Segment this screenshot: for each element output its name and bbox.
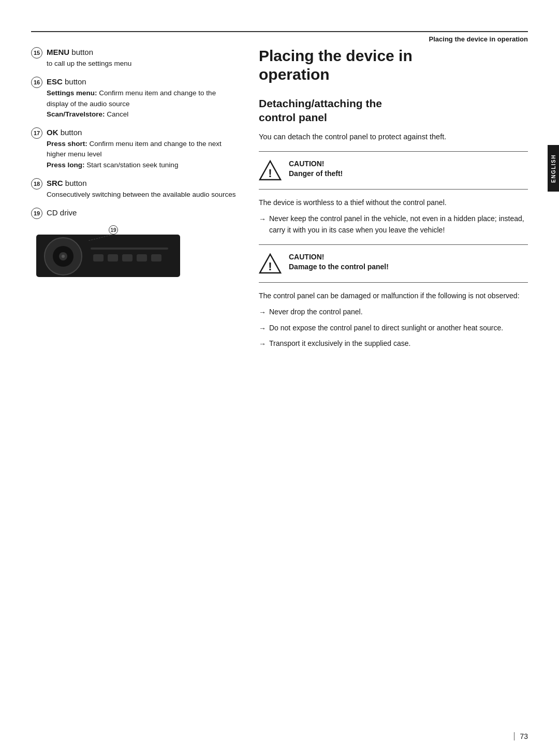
caution2-arrow-1: → Never drop the control panel. (259, 307, 528, 318)
caution1-title: CAUTION! (289, 159, 528, 169)
left-column: 15 MENU button to call up the settings m… (31, 47, 238, 725)
circle-num-17: 17 (31, 127, 42, 139)
item-desc-15: to call up the settings menu (47, 59, 238, 69)
item-label-19: CD drive (47, 207, 238, 218)
circle-num-18: 18 (31, 178, 42, 190)
caution2-title: CAUTION! (289, 252, 528, 263)
circle-num-16: 16 (31, 77, 42, 88)
caution2-arrow-text-1: Never drop the control panel. (269, 307, 363, 318)
main-title-line2: operation (259, 66, 330, 83)
list-content-19: CD drive (47, 207, 238, 218)
list-content-15: MENU button to call up the settings menu (47, 47, 238, 69)
caution2-arrow-2: → Do not expose the control panel to dir… (259, 323, 528, 335)
page-main-title: Placing the device in operation (259, 47, 528, 84)
caution-icon-2: ! (259, 252, 282, 275)
svg-rect-7 (108, 254, 118, 261)
caution2-arrow-text-3: Transport it exclusively in the supplied… (269, 338, 410, 350)
page-number: 73 (514, 732, 528, 740)
svg-point-4 (62, 255, 65, 258)
language-tab: ENGLISH (548, 145, 559, 192)
arrow-icon-2: → (259, 307, 266, 318)
item-label-16: ESC button (47, 76, 238, 87)
language-label: ENGLISH (551, 154, 556, 183)
cd-drive-image (36, 229, 181, 279)
svg-text:!: ! (268, 260, 272, 273)
caution-text-1: CAUTION! Danger of theft! (289, 159, 528, 179)
item-label-15: MENU button (47, 47, 238, 57)
section1-intro: You can detach the control panel to prot… (259, 131, 528, 143)
caution2-arrow-3: → Transport it exclusively in the suppli… (259, 338, 528, 350)
caution-box-2: ! CAUTION! Damage to the control panel! (259, 244, 528, 283)
section1-title: Detaching/attaching the control panel (259, 96, 528, 125)
item-desc-17: Press short: Confirm menu item and chang… (47, 139, 238, 170)
caution1-arrow-1: → Never keep the control panel in the ve… (259, 213, 528, 236)
circle-num-19: 19 (31, 208, 42, 219)
caution2-body: The control panel can be damaged or malf… (259, 290, 528, 301)
cd-circle-annotation: 19 (109, 225, 118, 235)
arrow-icon-1: → (259, 214, 266, 225)
caution2-subtitle: Damage to the control panel! (289, 262, 528, 272)
arrow-icon-3: → (259, 323, 266, 335)
caution-box-1: ! CAUTION! Danger of theft! (259, 151, 528, 190)
content-area: 15 MENU button to call up the settings m… (31, 47, 528, 725)
svg-rect-5 (91, 248, 168, 250)
list-content-16: ESC button Settings menu: Confirm menu i… (47, 76, 238, 120)
main-title-line1: Placing the device in (259, 47, 413, 64)
caution2-arrow-text-2: Do not expose the control panel to direc… (269, 323, 503, 334)
page-container: Placing the device in operation ENGLISH … (0, 0, 559, 756)
right-column: Placing the device in operation Detachin… (259, 47, 528, 725)
item-label-18: SRC button (47, 178, 238, 188)
arrow-icon-4: → (259, 339, 266, 350)
caution1-arrow-text-1: Never keep the control panel in the vehi… (269, 213, 528, 236)
caution2-arrow-list: → Never drop the control panel. → Do not… (259, 307, 528, 350)
svg-rect-6 (93, 254, 104, 261)
list-item-18: 18 SRC button Consecutively switching be… (31, 178, 238, 200)
list-item-15: 15 MENU button to call up the settings m… (31, 47, 238, 69)
circle-num-15: 15 (31, 47, 42, 59)
header-bar: Placing the device in operation (31, 31, 528, 43)
caution-icon-1: ! (259, 159, 282, 182)
caution1-subtitle: Danger of theft! (289, 169, 528, 179)
cd-label-annotation: 19 (109, 225, 118, 235)
item-label-17: OK button (47, 127, 238, 138)
svg-rect-10 (151, 254, 161, 261)
list-content-17: OK button Press short: Confirm menu item… (47, 127, 238, 170)
header-title: Placing the device in operation (429, 35, 528, 43)
item-desc-18: Consecutively switching between the avai… (47, 190, 238, 200)
item-desc-16: Settings menu: Confirm menu item and cha… (47, 88, 238, 120)
caution1-body: The device is worthless to a thief witho… (259, 197, 528, 208)
caution-text-2: CAUTION! Damage to the control panel! (289, 252, 528, 272)
list-item-19: 19 CD drive (31, 207, 238, 219)
svg-rect-9 (137, 254, 147, 261)
list-item-17: 17 OK button Press short: Confirm menu i… (31, 127, 238, 170)
caution1-arrow-list: → Never keep the control panel in the ve… (259, 213, 528, 236)
list-item-16: 16 ESC button Settings menu: Confirm men… (31, 76, 238, 120)
svg-text:!: ! (268, 167, 272, 180)
cd-image-container: 19 (36, 229, 238, 280)
svg-rect-8 (122, 254, 133, 261)
list-content-18: SRC button Consecutively switching betwe… (47, 178, 238, 200)
